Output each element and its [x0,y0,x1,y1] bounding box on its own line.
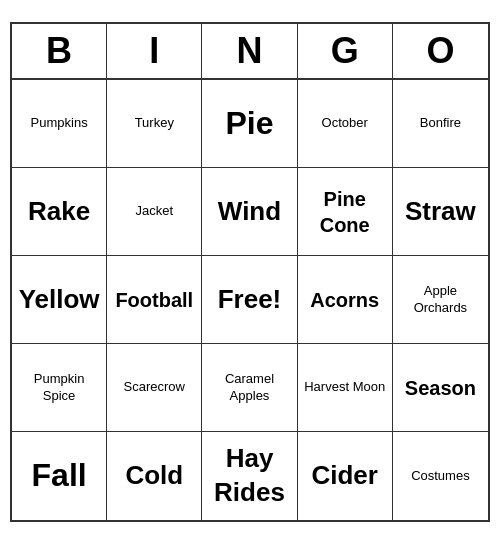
cell-text-r0-c4: Bonfire [420,115,461,132]
cell-text-r4-c0: Fall [32,455,87,497]
cell-text-r3-c1: Scarecrow [124,379,185,396]
header-letter-N: N [202,24,297,78]
cell-r0-c0: Pumpkins [12,80,107,168]
cell-r0-c4: Bonfire [393,80,488,168]
cell-r0-c1: Turkey [107,80,202,168]
cell-r0-c2: Pie [202,80,297,168]
cell-r3-c1: Scarecrow [107,344,202,432]
cell-r4-c4: Costumes [393,432,488,520]
header-letter-I: I [107,24,202,78]
cell-text-r0-c2: Pie [225,103,273,145]
cell-r1-c2: Wind [202,168,297,256]
cell-text-r2-c2: Free! [218,283,282,317]
cell-text-r3-c3: Harvest Moon [304,379,385,396]
cell-text-r4-c1: Cold [125,459,183,493]
cell-r3-c3: Harvest Moon [298,344,393,432]
cell-text-r0-c1: Turkey [135,115,174,132]
cell-r4-c0: Fall [12,432,107,520]
cell-r2-c3: Acorns [298,256,393,344]
cell-r1-c1: Jacket [107,168,202,256]
cell-r3-c0: Pumpkin Spice [12,344,107,432]
cell-text-r1-c3: Pine Cone [302,186,388,238]
cell-r1-c3: Pine Cone [298,168,393,256]
cell-text-r3-c4: Season [405,375,476,401]
cell-r4-c3: Cider [298,432,393,520]
cell-text-r0-c0: Pumpkins [31,115,88,132]
cell-text-r1-c1: Jacket [136,203,174,220]
cell-r4-c1: Cold [107,432,202,520]
cell-r2-c0: Yellow [12,256,107,344]
cell-r3-c4: Season [393,344,488,432]
bingo-header: BINGO [12,24,488,80]
cell-text-r2-c0: Yellow [19,283,100,317]
cell-r2-c1: Football [107,256,202,344]
cell-text-r1-c4: Straw [405,195,476,229]
cell-r1-c4: Straw [393,168,488,256]
cell-r0-c3: October [298,80,393,168]
cell-text-r2-c1: Football [115,287,193,313]
cell-text-r0-c3: October [322,115,368,132]
cell-r1-c0: Rake [12,168,107,256]
cell-text-r3-c2: Caramel Apples [206,371,292,405]
cell-text-r2-c3: Acorns [310,287,379,313]
cell-r2-c4: Apple Orchards [393,256,488,344]
cell-text-r4-c2: Hay Rides [206,442,292,510]
cell-text-r4-c4: Costumes [411,468,470,485]
cell-text-r3-c0: Pumpkin Spice [16,371,102,405]
cell-text-r4-c3: Cider [311,459,377,493]
bingo-card: BINGO PumpkinsTurkeyPieOctoberBonfireRak… [10,22,490,522]
cell-r3-c2: Caramel Apples [202,344,297,432]
cell-text-r2-c4: Apple Orchards [397,283,484,317]
header-letter-G: G [298,24,393,78]
header-letter-B: B [12,24,107,78]
cell-text-r1-c0: Rake [28,195,90,229]
cell-r4-c2: Hay Rides [202,432,297,520]
cell-r2-c2: Free! [202,256,297,344]
bingo-grid: PumpkinsTurkeyPieOctoberBonfireRakeJacke… [12,80,488,520]
cell-text-r1-c2: Wind [218,195,281,229]
header-letter-O: O [393,24,488,78]
